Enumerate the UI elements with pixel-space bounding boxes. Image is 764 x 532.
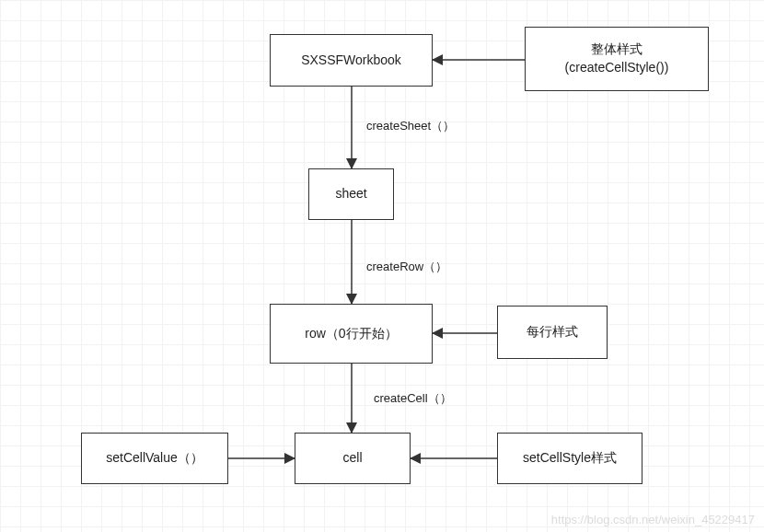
- node-global-style-label: 整体样式 (createCellStyle()): [565, 40, 669, 76]
- node-row-style: 每行样式: [497, 306, 608, 359]
- diagram-canvas: SXSSFWorkbook 整体样式 (createCellStyle()) s…: [0, 0, 764, 532]
- node-set-value: setCellValue（）: [81, 433, 228, 484]
- node-set-style: setCellStyle样式: [497, 433, 642, 484]
- node-row-label: row（0行开始）: [305, 325, 397, 343]
- watermark: https://blog.csdn.net/weixin_45229417: [551, 513, 755, 526]
- node-workbook-label: SXSSFWorkbook: [301, 52, 401, 70]
- node-row: row（0行开始）: [270, 304, 433, 364]
- node-set-value-label: setCellValue（）: [106, 449, 203, 468]
- node-row-style-label: 每行样式: [527, 323, 578, 341]
- node-sheet-label: sheet: [335, 185, 366, 203]
- node-set-style-label: setCellStyle样式: [523, 449, 617, 468]
- node-cell: cell: [295, 433, 411, 484]
- edge-label-create-cell: createCell（）: [374, 390, 452, 407]
- node-sheet: sheet: [308, 168, 394, 220]
- node-global-style: 整体样式 (createCellStyle()): [525, 27, 709, 91]
- edge-label-create-row: createRow（）: [366, 259, 447, 275]
- edge-label-create-sheet: createSheet（）: [366, 118, 455, 134]
- node-cell-label: cell: [342, 449, 362, 468]
- node-workbook: SXSSFWorkbook: [270, 34, 433, 87]
